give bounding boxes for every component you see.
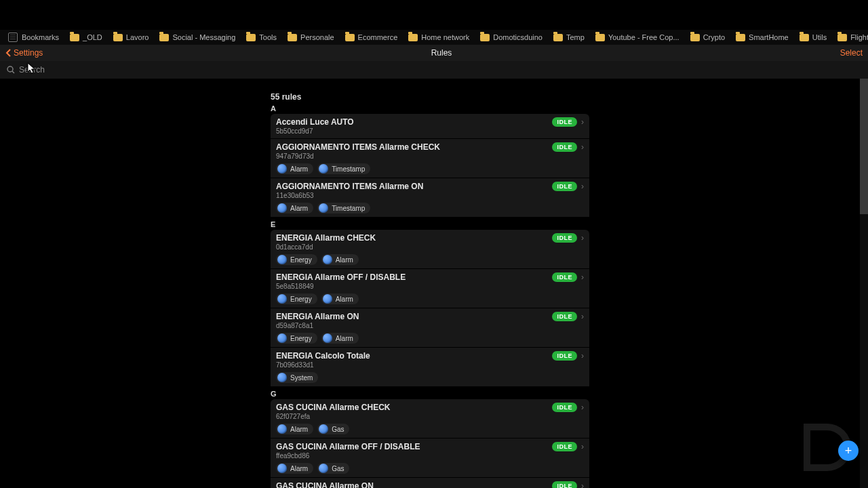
rules-panel: 55 rules AAccendi Luce AUTOIDLE›5b50ccd9… [271,92,589,488]
bookmark-folder[interactable]: Temp [549,33,589,41]
rule-row[interactable]: ENERGIA Calcolo TotaleIDLE›7b096d33d1Sys… [271,348,589,387]
folder-icon [736,34,745,41]
bookmark-folder[interactable]: Domoticsduino [476,33,547,41]
status-badge: IDLE [552,233,577,243]
rule-id: 5b50ccd9d7 [276,127,584,135]
bookmark-folder[interactable]: SmartHome [732,33,793,41]
chevron-right-icon: › [581,272,584,282]
tag-chip[interactable]: Gas [317,463,349,474]
bookmark-label: Lavoro [126,33,149,41]
folder-icon [408,34,418,41]
add-rule-button[interactable]: + [838,441,859,461]
scrollbar-track[interactable] [860,79,868,488]
rule-title: GAS CUCINA Allarme ON [276,481,552,488]
bookmark-folder[interactable]: Home network [404,33,473,41]
tag-chip[interactable]: Alarm [321,333,359,344]
search-input[interactable] [19,65,861,75]
tag-icon [277,294,287,304]
tag-chip[interactable]: Alarm [276,163,313,174]
scrollbar-thumb[interactable] [860,79,868,214]
tag-label: Gas [332,465,344,472]
search-bar[interactable] [0,61,868,79]
rule-row[interactable]: AGGIORNAMENTO ITEMS Allarme ONIDLE›11e30… [271,178,589,218]
tag-icon [277,424,287,434]
section-header: E [271,219,589,230]
rule-title: ENERGIA Allarme OFF / DISABLE [276,272,552,282]
rule-id: 11e30a6b53 [276,192,584,199]
status-badge: IDLE [552,142,577,152]
bookmark-folder[interactable]: Youtube - Free Cop... [591,33,684,41]
tag-icon [319,164,328,174]
rule-row[interactable]: GAS CUCINA Allarme OFF / DISABLEIDLE›ffe… [271,439,589,478]
bookmark-folder[interactable]: _OLD [66,33,106,41]
bookmark-folder[interactable]: Lavoro [109,33,153,41]
rule-tags: AlarmGas [276,424,584,434]
rule-tags: EnergyAlarm [276,254,584,265]
bookmark-folder[interactable]: Utils [795,33,831,41]
rule-row[interactable]: AGGIORNAMENTO ITEMS Allarme CHECKIDLE›94… [271,139,589,178]
bookmark-label: Home network [421,33,469,41]
status-badge: IDLE [552,312,577,321]
chevron-right-icon: › [581,351,584,361]
tag-chip[interactable]: Energy [276,293,317,304]
bookmark-label: Ecommerce [358,33,398,41]
bookmark-label: _OLD [83,33,102,41]
bookmark-folder[interactable]: FlightSim [833,33,868,41]
tag-label: Gas [332,426,344,433]
section-header: G [271,388,589,399]
bookmark-folder[interactable]: Personale [283,33,338,41]
bookmark-folder[interactable]: Crypto [686,33,729,41]
bookmark-label: Crypto [703,33,725,41]
tag-label: Alarm [336,335,353,342]
rule-title: ENERGIA Allarme ON [276,312,552,321]
tag-chip[interactable]: Alarm [321,254,359,265]
chevron-right-icon: › [581,233,584,243]
tag-chip[interactable]: Alarm [276,463,313,474]
folder-icon [345,34,355,41]
tag-chip[interactable]: Alarm [276,203,313,214]
tag-icon [319,464,328,473]
tag-chip[interactable]: Energy [276,333,317,344]
rule-row[interactable]: ENERGIA Allarme OFF / DISABLEIDLE›5e8a51… [271,269,589,308]
tag-chip[interactable]: Alarm [276,424,313,434]
status-badge: IDLE [552,351,577,361]
folder-icon [246,34,256,41]
status-badge: IDLE [552,117,577,127]
bookmark-folder[interactable]: Tools [242,33,281,41]
rule-id: d59a87c8a1 [276,322,584,329]
folder-icon [480,34,490,41]
bookmark-folder[interactable]: Ecommerce [341,33,402,41]
folder-icon [595,34,605,41]
tag-chip[interactable]: Gas [317,424,349,434]
folder-icon [837,34,847,41]
tag-label: Energy [290,335,312,342]
folder-icon [288,34,297,41]
folder-icon [800,34,809,41]
chevron-right-icon: › [581,442,584,451]
rule-row[interactable]: ENERGIA Allarme CHECKIDLE›0d1acca7ddEner… [271,230,589,269]
rule-tags: AlarmTimestamp [276,163,584,174]
rule-title: AGGIORNAMENTO ITEMS Allarme CHECK [276,142,552,152]
rule-row[interactable]: Accendi Luce AUTOIDLE›5b50ccd9d7 [271,114,589,139]
tag-chip[interactable]: Energy [276,254,317,265]
rule-row[interactable]: ENERGIA Allarme ONIDLE›d59a87c8a1EnergyA… [271,308,589,348]
rule-id: 62f0727efa [276,413,584,420]
rule-row[interactable]: GAS CUCINA Allarme ONIDLE›d175b3007fAlar… [271,478,589,488]
tag-chip[interactable]: Timestamp [317,203,370,214]
back-settings-link[interactable]: Settings [5,48,43,58]
svg-line-1 [12,71,14,73]
rule-row[interactable]: GAS CUCINA Allarme CHECKIDLE›62f0727efaA… [271,399,589,439]
select-link[interactable]: Select [840,48,863,58]
tag-chip[interactable]: System [276,372,318,383]
bookmarks-menu[interactable]: Bookmarks [4,33,63,42]
tag-chip[interactable]: Alarm [321,293,359,304]
tag-icon [277,333,287,343]
tag-icon [319,424,328,434]
tag-label: Energy [290,256,312,264]
tag-label: Alarm [336,256,353,264]
rule-id: 7b096d33d1 [276,361,584,369]
tag-chip[interactable]: Timestamp [317,163,370,174]
bookmark-folder[interactable]: Social - Messaging [155,33,239,41]
rule-title: GAS CUCINA Allarme CHECK [276,403,552,412]
tag-label: Energy [290,296,312,303]
